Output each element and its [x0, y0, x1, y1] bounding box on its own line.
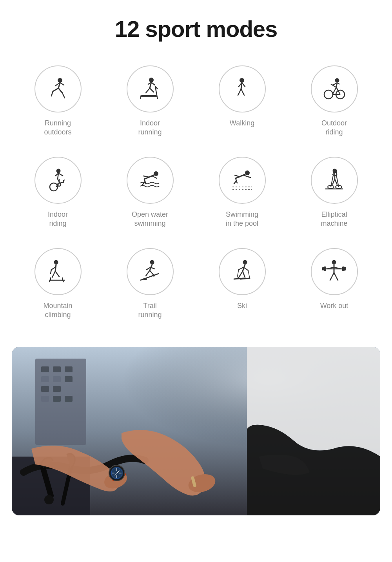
open-water-icon	[137, 167, 163, 193]
elliptical-icon-circle	[311, 157, 358, 204]
mountain-climbing-icon-circle	[34, 248, 82, 295]
svg-line-101	[248, 270, 250, 278]
svg-point-87	[150, 260, 154, 265]
sport-item-trail-running: Trailrunning	[104, 240, 196, 332]
svg-line-10	[140, 95, 141, 99]
ski-icon-circle	[219, 248, 266, 295]
running-outdoors-label: Runningoutdoors	[44, 119, 71, 137]
indoor-running-label: Indoorrunning	[138, 119, 162, 137]
svg-line-58	[235, 175, 240, 177]
stationary-bike-icon	[45, 167, 71, 193]
open-water-icon-circle	[127, 157, 174, 204]
svg-line-15	[146, 88, 150, 93]
svg-line-100	[237, 270, 239, 277]
svg-line-78	[51, 267, 55, 270]
open-water-label: Open waterswimming	[132, 210, 168, 228]
svg-line-60	[234, 181, 236, 184]
svg-line-57	[243, 175, 250, 178]
svg-line-29	[336, 87, 340, 94]
svg-rect-122	[53, 366, 61, 372]
indoor-riding-label: Indoorriding	[48, 210, 68, 228]
svg-line-52	[143, 176, 149, 177]
svg-line-74	[332, 179, 335, 185]
barbell-icon	[321, 259, 347, 284]
svg-line-17	[151, 82, 155, 85]
outdoor-riding-icon-circle	[311, 65, 358, 112]
svg-line-31	[332, 85, 336, 87]
svg-point-19	[240, 78, 244, 83]
elliptical-label: Ellipticalmachine	[321, 210, 347, 228]
svg-line-103	[243, 271, 245, 277]
sport-item-walking: Walking	[196, 58, 288, 149]
cycling-photo-svg	[12, 347, 380, 515]
running-outdoors-icon-circle	[34, 65, 82, 112]
svg-point-95	[152, 275, 155, 277]
ski-icon	[229, 259, 255, 284]
svg-line-2	[53, 88, 58, 91]
svg-rect-127	[41, 386, 49, 392]
svg-line-32	[331, 84, 332, 85]
svg-line-22	[241, 89, 244, 95]
svg-point-106	[332, 260, 336, 265]
workout-label: Work out	[320, 301, 348, 310]
svg-line-91	[146, 270, 150, 276]
svg-point-25	[335, 78, 339, 82]
svg-rect-130	[53, 396, 61, 402]
sport-item-mountain-climbing: Mountainclimbing	[12, 240, 104, 332]
svg-rect-9	[141, 95, 157, 97]
sport-item-pool-swimming: Swimmingin the pool	[196, 149, 288, 240]
workout-icon-circle	[311, 248, 358, 295]
svg-rect-114	[322, 267, 324, 270]
svg-rect-121	[41, 366, 49, 372]
sport-item-workout: Work out	[288, 240, 380, 332]
pool-swim-icon	[229, 167, 255, 193]
svg-point-26	[324, 90, 333, 99]
sport-item-outdoor-riding: Outdoorriding	[288, 58, 380, 149]
sport-item-open-water: Open waterswimming	[104, 149, 196, 240]
svg-line-5	[62, 93, 65, 98]
pool-swimming-icon-circle	[219, 157, 266, 204]
page-title: 12 sport modes	[0, 0, 392, 54]
svg-line-80	[52, 271, 55, 277]
walking-icon-circle	[219, 65, 266, 112]
treadmill-icon	[137, 76, 163, 102]
svg-line-3	[51, 91, 53, 96]
cycling-icon	[321, 76, 347, 102]
svg-point-55	[245, 170, 250, 175]
running-icon	[45, 76, 71, 102]
svg-rect-129	[41, 396, 49, 402]
svg-line-98	[243, 267, 248, 270]
svg-rect-126	[65, 376, 73, 382]
pool-swimming-label: Swimmingin the pool	[226, 210, 258, 228]
svg-point-76	[54, 260, 58, 265]
svg-line-77	[55, 265, 56, 271]
svg-line-44	[63, 180, 65, 181]
sport-item-ski: Ski	[196, 240, 288, 332]
svg-line-47	[58, 173, 63, 176]
svg-line-105	[240, 278, 250, 279]
elliptical-icon	[321, 167, 347, 193]
svg-point-94	[143, 278, 147, 280]
walking-icon	[229, 76, 255, 102]
indoor-riding-icon-circle	[34, 157, 82, 204]
trail-running-icon-circle	[127, 248, 174, 295]
svg-rect-131	[65, 396, 73, 402]
svg-line-75	[335, 179, 337, 185]
svg-line-21	[238, 89, 241, 95]
svg-point-133	[44, 495, 54, 504]
svg-point-37	[56, 169, 61, 173]
svg-line-51	[152, 176, 157, 178]
mountain-climbing-label: Mountainclimbing	[43, 301, 72, 320]
svg-line-92	[150, 270, 154, 275]
svg-line-79	[51, 270, 51, 274]
trail-running-label: Trailrunning	[138, 301, 162, 320]
svg-line-102	[239, 271, 243, 277]
sport-item-running-outdoors: Runningoutdoors	[12, 58, 104, 149]
sport-item-elliptical: Ellipticalmachine	[288, 149, 380, 240]
indoor-running-icon-circle	[127, 65, 174, 112]
sport-item-indoor-riding: Indoorriding	[12, 149, 104, 240]
svg-point-96	[243, 260, 247, 265]
svg-rect-123	[65, 366, 73, 372]
svg-line-11	[157, 95, 158, 99]
cycling-photo	[12, 347, 380, 515]
